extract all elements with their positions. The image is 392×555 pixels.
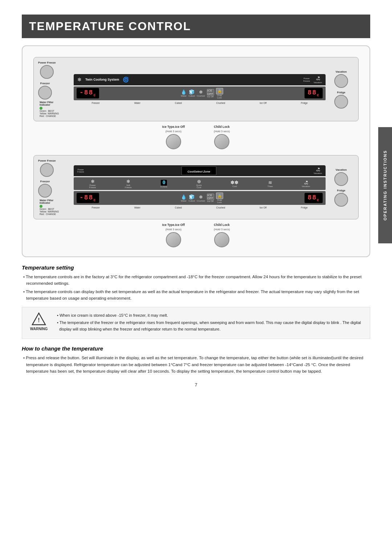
vacation-btn-2[interactable] [334, 172, 348, 186]
ice-type-label-1: Ice Type.Ice Off [162, 125, 185, 129]
vacation-label-2: Vacation [336, 168, 347, 171]
filter-yellow-2: Yellow: WARNING [40, 210, 59, 213]
thaw-label: Thaw [268, 185, 273, 187]
sidebar-label: OPERATING INSTRUCTIONS [378, 127, 392, 243]
filter-green-2: Green : BEST [40, 208, 54, 210]
temp-setting-section: Temperature setting • The temperature co… [22, 264, 370, 302]
warning-text-area: • When ice cream is stored above -15°C i… [56, 312, 364, 334]
child-lock-sublabel-2: (Hold 3 secs) [214, 228, 230, 231]
temp-bullet-1: • The temperature controls are in the fa… [22, 274, 370, 287]
child-lock-btn-2[interactable] [214, 232, 229, 247]
warning-bullet-2: • The temperature of the freezer or the … [56, 320, 364, 332]
warning-label: WARNING [30, 327, 48, 331]
filter-section-2: Water Filter Indicator Green : BEST Yell… [40, 199, 70, 215]
buttons-section-2: Ice Type.Ice Off (Hold 3 secs) Child Loc… [33, 223, 359, 247]
ice-type-sublabel-2: (Hold 3 secs) [166, 228, 181, 231]
warning-icon-area: ! WARNING [28, 312, 50, 331]
freezer-btn-2[interactable] [38, 184, 52, 198]
warning-bullet-1: • When ice cream is stored above -15°C i… [56, 312, 364, 319]
temp-display-right-1: 88c [305, 88, 323, 98]
fridge-btn-1[interactable] [334, 95, 348, 109]
twin-cooling-label: Twin Coolong System [85, 78, 119, 81]
child-lock-label-2: Child Lock [214, 223, 229, 227]
coolselect-zone-label: CoolSelect Zone [188, 170, 211, 173]
bottom-labels-1: FreezerWaterCubedCrushedIce OffFridge [74, 101, 326, 105]
warning-triangle-icon: ! [32, 312, 46, 325]
page-number: 7 [22, 382, 370, 388]
power-freeze-label-1: Power Freeze [38, 61, 56, 64]
cool-label: Cool [232, 185, 237, 187]
temp-display-left-2: -88c [77, 193, 99, 203]
fridge-label-1: Fridge [337, 91, 346, 94]
filter-green-1: Green : BEST [40, 110, 54, 112]
child-lock-sublabel-1: (Hold 3 secs) [214, 130, 230, 133]
svg-text:!: ! [38, 317, 40, 323]
page-title: TEMPERATURE CONTROL [29, 20, 363, 33]
filter-yellow-1: Yellow: WARNING [40, 112, 59, 115]
filter-red-2: Red : CHANGE [40, 213, 56, 215]
ice-type-btn-1[interactable] [166, 134, 181, 149]
ice-type-group-1: Ice Type.Ice Off (Hold 3 secs) [162, 125, 185, 149]
main-content: Power Freeze Freezer Water Filter Indica… [22, 45, 370, 409]
fridge-label-2: Fridge [337, 189, 346, 192]
temp-display-right-2: 88c [305, 193, 323, 203]
temp-bullet-2: • The temperature controls can display b… [22, 288, 370, 302]
panels-container: Power Freeze Freezer Water Filter Indica… [22, 45, 370, 257]
power-freeze-label-2: Power Freeze [38, 159, 56, 162]
filter-section-1: Water Filter Indicator Green : BEST Yell… [40, 101, 70, 117]
filter-red-1: Red : CHANGE [40, 115, 56, 117]
buttons-section-1: Ice Type.Ice Off (Hold 3 secs) Child Loc… [33, 125, 359, 149]
power-freeze-btn-1[interactable] [40, 65, 54, 79]
page-header: TEMPERATURE CONTROL [22, 15, 370, 38]
temp-setting-title: Temperature setting [22, 264, 370, 271]
how-to-change-section: How to change the temperature • Press an… [22, 345, 370, 374]
vacation-btn-1[interactable] [334, 74, 348, 88]
child-lock-group-2: Child Lock (Hold 3 secs) [214, 223, 230, 247]
ice-type-label-2: Ice Type.Ice Off [162, 223, 185, 227]
fridge-btn-2[interactable] [334, 193, 348, 207]
power-freeze-btn-2[interactable] [40, 163, 54, 177]
how-to-change-text: • Press and release the button. Set will… [22, 355, 370, 374]
temp-display-left-1: -88c [77, 88, 99, 98]
panel-1: Power Freeze Freezer Water Filter Indica… [33, 57, 359, 121]
freezer-btn-1[interactable] [38, 86, 52, 100]
child-lock-group-1: Child Lock (Hold 3 secs) [214, 125, 230, 149]
how-to-change-title: How to change the temperature [22, 345, 370, 352]
vacation-label-1: Vacation [336, 70, 347, 73]
warning-box: ! WARNING • When ice cream is stored abo… [22, 307, 370, 339]
child-lock-btn-1[interactable] [214, 134, 229, 149]
bottom-labels-2: FreezerWaterCubedCrushedIce OffFridge [74, 206, 326, 209]
ice-type-group-2: Ice Type.Ice Off (Hold 3 secs) [162, 223, 185, 247]
ice-type-btn-2[interactable] [166, 232, 181, 247]
panel-2: Power Freeze Freezer Water Filter Indica… [33, 155, 359, 219]
freezer-label-1: Freezer [40, 82, 50, 85]
child-lock-label-1: Child Lock [214, 125, 229, 129]
ice-type-sublabel-1: (Hold 3 secs) [166, 130, 181, 133]
freezer-label-2: Freezer [40, 180, 50, 183]
